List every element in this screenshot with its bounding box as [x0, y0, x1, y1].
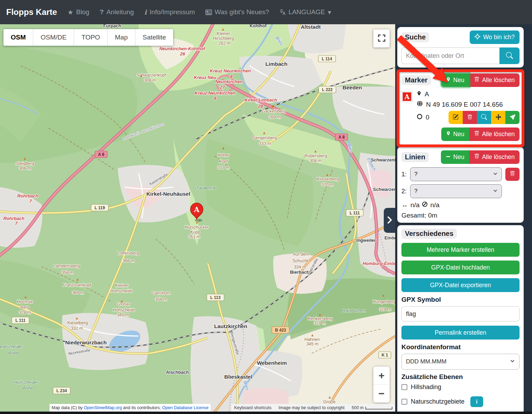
star-icon: ★ [68, 8, 73, 16]
line-new-button[interactable]: Neu [441, 150, 469, 164]
brand-title[interactable]: Flopps Karte [6, 7, 57, 17]
nav-item-whats-new[interactable]: Was gibt's Neues? [205, 8, 269, 16]
trash-icon [510, 171, 515, 178]
hillshading-checkbox[interactable] [401, 384, 407, 390]
map-canvas[interactable]: KohlhofFurpachAltstadtLimbachBeedenKirke… [0, 24, 395, 414]
map-label: ▲ [75, 316, 79, 320]
map-label: Kieselberg [67, 320, 88, 325]
nav-item-blog[interactable]: ★ Blog [68, 8, 89, 16]
map-label: ▲ [263, 131, 266, 135]
map-label: Blieskastel [224, 374, 252, 380]
map-label: ▲ [140, 73, 143, 78]
map-label: Taubental [196, 185, 216, 191]
search-input[interactable] [401, 47, 499, 64]
nature-reserves-row: Naturschutzgebiete i [401, 396, 520, 407]
attribution-text: Map data (C) by [52, 405, 84, 410]
nav-label: Anleitung [106, 8, 134, 16]
road-badge: L 114 [318, 55, 336, 62]
fullscreen-button[interactable] [373, 29, 390, 47]
odbl-link[interactable]: Open Database License [162, 405, 209, 410]
map-label: Kreuz Neunkirchen [195, 90, 236, 96]
map-label: Homburg-Einöd [363, 261, 395, 266]
map-label: Kreuz Neu [194, 75, 216, 80]
caret-down-icon: ▾ [328, 8, 331, 16]
trash-icon [474, 131, 479, 138]
multi-marker-button[interactable]: Mehrere Marker erstellen [401, 243, 520, 257]
osm-link[interactable]: OpenStreetMap.org [84, 405, 122, 410]
zoom-in-button[interactable]: + [373, 367, 390, 385]
map-label: Ganshorn [152, 291, 171, 296]
marker-search-button[interactable] [477, 111, 491, 124]
layer-tab-map[interactable]: Map [108, 29, 135, 46]
line-1-delete-button[interactable] [505, 168, 520, 181]
minus-icon [446, 153, 451, 161]
map-label: Rohrbach [3, 216, 25, 221]
lines-card: Linien Neu Alle löschen 1: ? [397, 147, 524, 223]
line-2-select[interactable]: ? [410, 184, 502, 198]
nature-reserves-info-button[interactable]: i [470, 396, 483, 407]
map-label: 282 m [219, 41, 231, 46]
marker-new-button[interactable]: Neu [441, 73, 469, 87]
map-label: 332 m [71, 326, 83, 331]
road-badge: L 113 [207, 294, 224, 301]
marker-navigate-button[interactable] [505, 111, 520, 124]
layer-tab-osm[interactable]: OSM [3, 29, 33, 46]
svg-text:K 1: K 1 [382, 353, 388, 358]
permalink-button[interactable]: Permalink erstellen [401, 326, 520, 340]
svg-text:A 8: A 8 [338, 135, 345, 140]
road-badge: A 8 [335, 134, 348, 140]
map-label: Niederwürzbach [65, 340, 107, 345]
line-1-select[interactable]: ? [410, 167, 502, 181]
svg-text:A 6: A 6 [98, 152, 105, 157]
where-am-i-button[interactable]: Wo bin ich? [470, 30, 520, 44]
marker-new-label: Neu [453, 131, 464, 138]
marker-delete-button[interactable] [463, 111, 477, 124]
layer-tab-satellite[interactable]: Satellite [135, 29, 174, 46]
map-label: Hohscheidt [110, 289, 132, 293]
map-label: Kirkel-Limbach [245, 97, 277, 103]
map-label: ▲ [326, 173, 329, 177]
nav-label: LANGUAGE [289, 8, 325, 16]
svg-text:B 423: B 423 [275, 328, 286, 333]
coord-format-select[interactable]: DDD MM.MMM [401, 354, 520, 370]
marker-delete-all-label: Alle löschen [482, 131, 515, 138]
gpx-upload-button[interactable]: GPX-Datei hochladen [401, 261, 520, 274]
search-button[interactable] [499, 47, 520, 64]
map-label: 269 m [269, 115, 281, 120]
map-label: Hungerberg [373, 299, 395, 304]
map-label: Hahnen [304, 337, 320, 342]
map-label: Kleiner [217, 31, 230, 36]
road-badge: B 423 [272, 327, 289, 333]
marker-center-button[interactable] [491, 111, 505, 124]
map-label: Große [323, 399, 335, 404]
keyboard-shortcuts-link[interactable]: Keyboard shortcuts [234, 405, 272, 410]
gpx-export-button[interactable]: GPX-Datei exportieren [401, 278, 520, 292]
map-label: ▲ [382, 293, 385, 297]
nature-reserves-checkbox[interactable] [401, 399, 407, 405]
layer-tab-topo[interactable]: TOPO [74, 29, 108, 46]
marker-new-label: Neu [453, 77, 464, 84]
map-label: Furpach [103, 24, 121, 28]
map-label: 8 [230, 74, 233, 79]
marker-new-button-bottom[interactable]: Neu [441, 127, 469, 141]
zoom-out-button[interactable]: − [373, 385, 390, 403]
map-label: ▲ [311, 333, 314, 337]
road-badge: K 1 [379, 352, 391, 358]
nav-item-info-impressum[interactable]: i Info/Impressum [144, 8, 195, 16]
layer-tab-osm-de[interactable]: OSM/DE [33, 29, 74, 46]
map-label: 27 [220, 85, 225, 90]
svg-text:L 119: L 119 [95, 205, 105, 210]
circle-icon [417, 114, 423, 121]
marker-edit-button[interactable] [449, 111, 463, 124]
line-delete-all-button[interactable]: Alle löschen [469, 150, 520, 164]
map-label: Webenheim [257, 360, 287, 366]
nav-item-anleitung[interactable]: ? Anleitung [100, 8, 134, 16]
nav-item-language[interactable]: LANGUAGE ▾ [280, 8, 331, 16]
map-label: 28 [258, 104, 263, 109]
map-label: 308 m [144, 78, 156, 83]
map-label: ▲ [328, 395, 332, 399]
sidebar-collapse-button[interactable] [384, 208, 395, 233]
marker-delete-all-button[interactable]: Alle löschen [469, 73, 520, 87]
marker-delete-all-button-bottom[interactable]: Alle löschen [469, 127, 520, 141]
gpx-symbol-input[interactable] [401, 306, 520, 321]
